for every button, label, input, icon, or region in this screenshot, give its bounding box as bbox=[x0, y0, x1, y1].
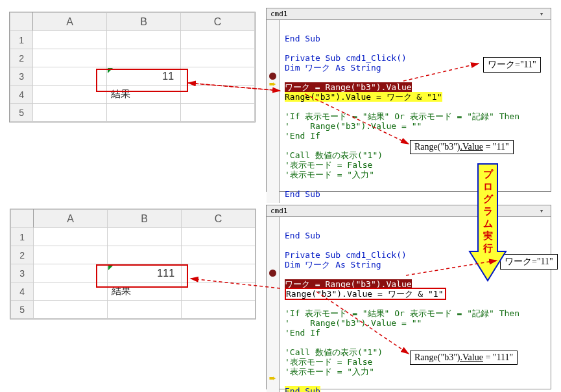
code-title-bar: cmd1 ▾ bbox=[267, 8, 551, 20]
row-header-2[interactable]: 2 bbox=[10, 49, 33, 67]
cell-b3[interactable]: 11 bbox=[107, 67, 181, 86]
row-header-3[interactable]: 3 bbox=[10, 67, 33, 86]
dropdown-icon[interactable]: ▾ bbox=[536, 10, 547, 18]
cell-c4[interactable] bbox=[181, 86, 255, 104]
code-line: ' Range("b3").Value = "" bbox=[285, 318, 422, 328]
cell-a2[interactable] bbox=[34, 246, 108, 264]
cell-a5[interactable] bbox=[33, 104, 107, 122]
code-line: 'Call 数値の表示("1") bbox=[285, 347, 383, 357]
object-dropdown[interactable]: cmd1 bbox=[270, 10, 288, 18]
grid-bottom[interactable]: A B C 1 2 3111 4結果 5 bbox=[10, 209, 256, 319]
code-editor-bottom[interactable]: End Sub Private Sub cmd1_Click() Dim ワーク… bbox=[280, 217, 551, 392]
execution-flow-arrow: プログラム実行 bbox=[468, 161, 507, 284]
spreadsheet-top: A B C 1 2 311 4結果 5 bbox=[9, 12, 256, 122]
row-header-1[interactable]: 1 bbox=[11, 228, 34, 246]
code-gutter: ➨ bbox=[267, 217, 280, 392]
code-line: End Sub bbox=[285, 189, 320, 199]
cell-b2[interactable] bbox=[107, 49, 181, 67]
step-line: Range("b3").Value = ワーク & "1" bbox=[285, 92, 442, 102]
code-line: Private Sub cmd1_Click() bbox=[285, 250, 407, 260]
cell-c3[interactable] bbox=[182, 264, 256, 282]
dropdown-icon[interactable]: ▾ bbox=[536, 207, 547, 215]
step-arrow-icon: ➨ bbox=[269, 80, 276, 88]
cell-c5[interactable] bbox=[181, 104, 255, 122]
col-header-b[interactable]: B bbox=[108, 210, 182, 228]
code-line: '表示モード = "入力" bbox=[285, 170, 374, 179]
code-line: 'If 表示モード = "結果" Or 表示モード = "記録" Then bbox=[285, 111, 519, 121]
cell-a3[interactable] bbox=[33, 67, 107, 86]
col-header-a[interactable]: A bbox=[34, 210, 108, 228]
row-header-4[interactable]: 4 bbox=[11, 282, 34, 301]
code-line: End Sub bbox=[285, 34, 320, 43]
row-header-4[interactable]: 4 bbox=[10, 86, 33, 104]
code-title-bar: cmd1 ▾ bbox=[267, 205, 551, 217]
cell-c1[interactable] bbox=[182, 228, 256, 246]
code-line: 'End If bbox=[285, 131, 320, 141]
breakpoint-line: ワーク = Range("b3").Value bbox=[285, 82, 412, 92]
cell-a5[interactable] bbox=[34, 301, 108, 319]
code-line: ' Range("b3").Value = "" bbox=[285, 121, 422, 131]
cell-c2[interactable] bbox=[182, 246, 256, 264]
code-line: '表示モード = False bbox=[285, 357, 372, 367]
tooltip-range-top: Range("b3").Value = "11" bbox=[410, 140, 514, 154]
col-header-b[interactable]: B bbox=[107, 13, 181, 31]
code-gutter: ➨ bbox=[267, 20, 280, 203]
cell-b1[interactable] bbox=[107, 31, 181, 49]
col-header-a[interactable]: A bbox=[33, 13, 107, 31]
grid-top[interactable]: A B C 1 2 311 4結果 5 bbox=[10, 12, 255, 122]
cell-b2[interactable] bbox=[108, 246, 182, 264]
code-line: Dim ワーク As String bbox=[285, 260, 381, 270]
breakpoint-icon[interactable] bbox=[269, 270, 276, 277]
cell-c5[interactable] bbox=[182, 301, 256, 319]
cell-a4[interactable] bbox=[33, 86, 107, 104]
cell-c4[interactable] bbox=[182, 282, 256, 301]
cell-c2[interactable] bbox=[181, 49, 255, 67]
row-header-1[interactable]: 1 bbox=[10, 31, 33, 49]
tooltip-work-top: ワーク="11" bbox=[483, 57, 541, 73]
code-line: 'End If bbox=[285, 328, 320, 338]
tooltip-work-bottom: ワーク="11" bbox=[500, 254, 558, 270]
code-line: Private Sub cmd1_Click() bbox=[285, 53, 407, 63]
col-header-c[interactable]: C bbox=[181, 13, 255, 31]
code-line: 'Call 数値の表示("1") bbox=[285, 150, 383, 160]
cell-b1[interactable] bbox=[108, 228, 182, 246]
arrow-label: プログラム実行 bbox=[483, 168, 493, 254]
cell-c1[interactable] bbox=[181, 31, 255, 49]
code-line: '表示モード = "入力" bbox=[285, 367, 374, 376]
step-line: End Sub bbox=[285, 386, 320, 392]
cell-a4[interactable] bbox=[34, 282, 108, 301]
row-header-5[interactable]: 5 bbox=[11, 301, 34, 319]
cell-b3[interactable]: 111 bbox=[108, 264, 182, 282]
code-line: End Sub bbox=[285, 231, 320, 240]
select-all-corner[interactable] bbox=[11, 210, 34, 228]
cell-b5[interactable] bbox=[107, 104, 181, 122]
cell-a2[interactable] bbox=[33, 49, 107, 67]
cell-b4[interactable]: 結果 bbox=[108, 282, 182, 301]
row-header-2[interactable]: 2 bbox=[11, 246, 34, 264]
select-all-corner[interactable] bbox=[10, 13, 33, 31]
code-editor-top[interactable]: End Sub Private Sub cmd1_Click() Dim ワーク… bbox=[280, 20, 551, 203]
cell-b4[interactable]: 結果 bbox=[107, 86, 181, 104]
object-dropdown[interactable]: cmd1 bbox=[270, 207, 288, 215]
code-line: Dim ワーク As String bbox=[285, 63, 381, 73]
cell-a3[interactable] bbox=[34, 264, 108, 282]
next-line-box: Range("b3").Value = ワーク & "1" bbox=[285, 288, 446, 300]
code-line: 'If 表示モード = "結果" Or 表示モード = "記録" Then bbox=[285, 308, 519, 318]
cell-a1[interactable] bbox=[33, 31, 107, 49]
tooltip-range-bottom: Range("b3").Value = "111" bbox=[410, 351, 518, 365]
row-header-5[interactable]: 5 bbox=[10, 104, 33, 122]
col-header-c[interactable]: C bbox=[182, 210, 256, 228]
code-window-top: cmd1 ▾ ➨ End Sub Private Sub cmd1_Click(… bbox=[266, 8, 551, 192]
cell-c3[interactable] bbox=[181, 67, 255, 86]
cell-b5[interactable] bbox=[108, 301, 182, 319]
code-line: '表示モード = False bbox=[285, 160, 372, 170]
row-header-3[interactable]: 3 bbox=[11, 264, 34, 282]
cell-a1[interactable] bbox=[34, 228, 108, 246]
step-arrow-icon: ➨ bbox=[269, 374, 276, 382]
spreadsheet-bottom: A B C 1 2 3111 4結果 5 bbox=[10, 209, 256, 319]
